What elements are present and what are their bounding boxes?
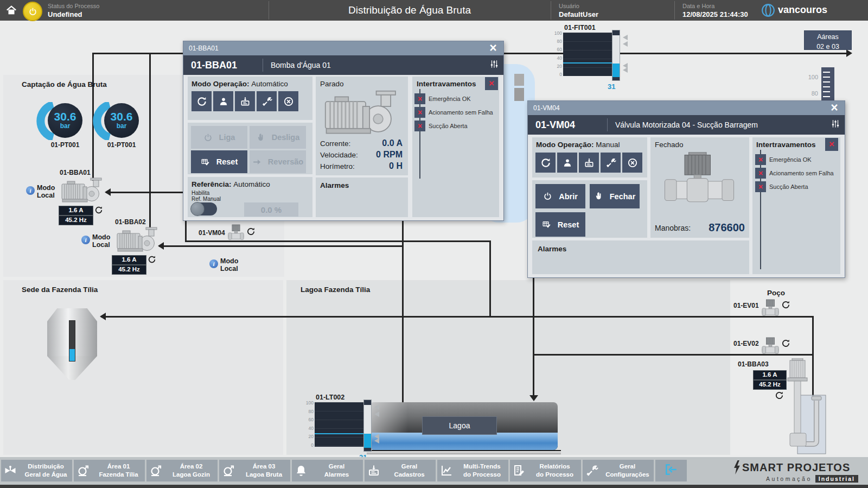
pump-icon — [219, 464, 238, 477]
interlock-label: Emergência OK — [769, 156, 812, 163]
nav-area-02[interactable]: Área 02Lagoa Gozin — [146, 460, 218, 481]
sede-tank[interactable] — [47, 308, 97, 380]
reset-button[interactable]: Reset — [535, 212, 585, 237]
interlocks-title: Intertravamentos — [417, 80, 476, 88]
fit001-column — [612, 30, 620, 81]
maintenance-button[interactable] — [601, 153, 621, 173]
lagoa-tank[interactable]: Lagoa — [370, 402, 558, 450]
valve-vm04[interactable] — [228, 224, 244, 242]
bba01-frequency: 45.2 Hz — [59, 216, 93, 225]
interlocks-title: Intertravamentos — [756, 141, 816, 149]
info-icon[interactable]: i — [209, 259, 218, 268]
liga-button[interactable]: Liga — [191, 126, 247, 149]
manobras-label: Manobras: — [655, 224, 691, 232]
bolt-icon — [733, 460, 741, 474]
info-icon[interactable]: i — [81, 236, 90, 244]
info-icon[interactable]: i — [26, 186, 35, 195]
bba02-modo-local: ModoLocal — [92, 233, 110, 249]
setpoint-marker — [620, 41, 628, 47]
operator-button[interactable] — [557, 153, 577, 173]
pressure-gauge-pt001-b[interactable]: 30.6 bar 01-PT001 — [90, 102, 144, 152]
reversao-button[interactable]: Reversão — [250, 150, 306, 173]
registry-button[interactable] — [579, 153, 599, 173]
arrowhead — [846, 49, 856, 57]
interlock-x-icon: × — [755, 168, 766, 179]
power-button[interactable] — [23, 2, 42, 21]
nav-multi-trends[interactable]: Multi-Trendsdo Processo — [437, 460, 508, 481]
home-icon[interactable] — [5, 4, 17, 18]
interlock-bypass-button[interactable]: × — [825, 138, 838, 151]
pipe — [101, 316, 814, 318]
nav-area-01[interactable]: Área 01Fazenda Tília — [74, 460, 145, 481]
operator-button[interactable] — [213, 91, 233, 111]
lagoa-area-title: Lagoa Fazenda Tília — [301, 286, 370, 294]
nav-area-03[interactable]: Área 03Lagoa Bruta — [219, 460, 290, 481]
smart-projetos-logo: SMART PROJETOS AutomaçãoIndustrial — [733, 460, 858, 483]
bba03-frequency: 45.2 Hz — [753, 380, 787, 390]
reading-value: 0.0 A — [346, 138, 403, 148]
sede-title: Sede da Fazenda Tília — [22, 286, 98, 294]
divider — [674, 1, 675, 20]
abrir-button[interactable]: Abrir — [535, 184, 585, 208]
gauge-unit: bar — [117, 122, 127, 130]
pump-bba03-well[interactable] — [786, 358, 827, 455]
vancouros-logo-icon — [761, 3, 775, 20]
reference-row: Referência: Automático — [192, 180, 270, 188]
close-icon[interactable]: × — [484, 41, 502, 55]
dialog-vm04-header: 01-VM04 Válvula Motorizada 04 - Sucção B… — [528, 115, 845, 135]
disable-button[interactable] — [622, 153, 642, 173]
manual-ref-toggle[interactable] — [191, 202, 217, 216]
right-scale-80: 80 — [796, 90, 818, 97]
fechar-button[interactable]: Fechar — [590, 184, 640, 208]
rotation-icon — [775, 391, 784, 402]
dialog-bba01-header: 01-BBA01 Bomba d'Água 01 — [183, 55, 503, 75]
sliders-icon[interactable] — [485, 59, 503, 71]
interlock-label: Emergência OK — [429, 96, 471, 102]
gauge-unit: bar — [60, 122, 71, 130]
valve-ev01[interactable] — [762, 299, 779, 318]
valve-ev02[interactable] — [762, 337, 779, 356]
arrowhead — [96, 313, 106, 320]
dialog-bba01-titlebar: 01-BBA01 — [183, 41, 503, 55]
reset-button[interactable]: Reset — [191, 150, 247, 173]
nav-logout-button[interactable] — [655, 460, 687, 481]
process-status-label: Status do Processo — [48, 3, 99, 9]
gauge-face: 30.6 bar — [48, 103, 82, 138]
pipe — [149, 53, 151, 232]
setpoint-marker — [620, 35, 628, 40]
interlock-label: Acionamento sem Falha — [769, 170, 834, 176]
pressure-gauge-pt001-a[interactable]: 30.6 bar 01-PT001 — [34, 102, 88, 152]
areas-02-03-button[interactable]: Aáreas 02 e 03 — [804, 30, 852, 50]
desliga-button[interactable]: Desliga — [250, 126, 306, 149]
vancouros-logo-text: vancouros — [778, 4, 827, 16]
disable-button[interactable] — [278, 91, 298, 111]
nav-distribuicao-geral[interactable]: DistribuiçãoGeral de Água — [1, 460, 72, 481]
fit001-indicator[interactable]: 01-FIT001 100806040200 31 — [549, 24, 630, 93]
areas-button-line2: 02 e 03 — [816, 43, 839, 50]
lt002-indicator[interactable]: 01-LT002 100806040200 31 — [296, 394, 378, 463]
gauge-tag: 01-PT001 — [102, 141, 141, 149]
fit001-scale: 100806040200 — [549, 30, 562, 77]
poco-title: Poço — [767, 289, 785, 297]
nav-geral-cadastros[interactable]: GeralCadastros — [365, 460, 436, 481]
maintenance-button[interactable] — [257, 91, 277, 111]
refresh-button[interactable] — [535, 153, 556, 173]
registry-button[interactable] — [235, 91, 255, 111]
nav-relatorios[interactable]: Relatóriosdo Processo — [510, 460, 581, 481]
report-icon — [510, 464, 528, 477]
device-tag: 01-VM04 — [528, 119, 607, 131]
setpoint-marker — [372, 404, 379, 410]
interlock-bypass-button[interactable]: × — [485, 77, 498, 90]
sliders-icon[interactable] — [826, 119, 845, 131]
nav-geral-alarmes[interactable]: GeralAlarmes — [292, 460, 363, 481]
pump-bba02[interactable] — [116, 227, 159, 255]
datetime-value: 12/08/2025 21:44:30 — [682, 10, 748, 18]
bba01-current: 1.6 A — [59, 206, 93, 216]
refresh-button[interactable] — [192, 91, 212, 111]
ev01-tag: 01-EV01 — [733, 302, 759, 309]
nav-geral-configuracoes[interactable]: GeralConfigurações — [583, 460, 654, 481]
interlock-label: Sucção Aberta — [429, 123, 468, 129]
pump-state: Parado — [320, 80, 344, 88]
pump-bba01[interactable] — [61, 178, 104, 206]
close-icon[interactable]: × — [825, 101, 844, 115]
